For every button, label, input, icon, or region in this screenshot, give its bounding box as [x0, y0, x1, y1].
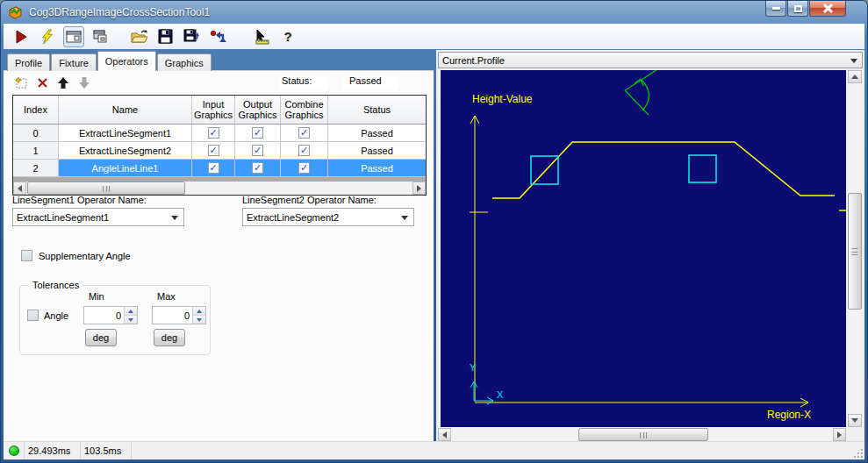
help-button[interactable]: ?: [277, 26, 298, 47]
max-angle-spinner[interactable]: 0: [152, 306, 206, 324]
table-row[interactable]: 0ExtractLineSegment1✓✓✓Passed: [13, 125, 426, 142]
max-angle-value[interactable]: 0: [153, 307, 192, 324]
reset-button[interactable]: [207, 26, 228, 47]
row-status-cell[interactable]: Passed: [328, 160, 426, 176]
minimize-button[interactable]: [765, 1, 786, 17]
col-header-combine-graphics[interactable]: Combine Graphics: [281, 96, 328, 124]
row-name-cell[interactable]: ExtractLineSegment2: [59, 142, 192, 159]
row-index-cell[interactable]: 0: [13, 125, 59, 141]
open-file-button[interactable]: [128, 26, 149, 47]
tab-profile[interactable]: Profile: [7, 53, 50, 71]
display-horizontal-scrollbar[interactable]: [438, 428, 846, 441]
table-body: 0ExtractLineSegment1✓✓✓Passed1ExtractLin…: [13, 125, 426, 177]
move-up-button[interactable]: [54, 74, 72, 91]
scroll-left-button[interactable]: [13, 182, 26, 195]
min-unit-button[interactable]: deg: [85, 329, 117, 346]
min-label: Min: [89, 291, 104, 302]
x-axis-label: Region-X: [767, 409, 811, 421]
linesegment2-combo[interactable]: ExtractLineSegment2: [242, 208, 414, 226]
checkbox-icon[interactable]: ✓: [298, 162, 310, 174]
col-header-index[interactable]: Index: [13, 96, 59, 124]
tolerances-title: Tolerances: [29, 280, 82, 290]
spin-up-button[interactable]: [193, 307, 205, 316]
supplementary-angle-checkbox[interactable]: [21, 250, 32, 261]
row-index-cell[interactable]: 2: [13, 160, 59, 176]
col-header-input-graphics[interactable]: Input Graphics: [192, 96, 235, 124]
display-vertical-scrollbar[interactable]: [848, 70, 862, 427]
save-button[interactable]: [154, 26, 176, 47]
col-header-output-graphics[interactable]: Output Graphics: [235, 96, 281, 124]
scrollbar-thumb[interactable]: [27, 182, 185, 195]
max-unit-button[interactable]: deg: [154, 329, 185, 346]
spin-down-button[interactable]: [193, 316, 205, 324]
measure-button[interactable]: [251, 26, 272, 47]
linesegment2-label: LineSegment2 Operator Name:: [242, 195, 377, 205]
row-name-cell[interactable]: AngleLineLine1: [59, 160, 192, 176]
graphics-checkbox-cell[interactable]: ✓: [192, 125, 235, 141]
graphics-checkbox-cell[interactable]: ✓: [235, 142, 281, 159]
checkbox-icon[interactable]: ✓: [208, 162, 219, 174]
table-row[interactable]: 2AngleLineLine1✓✓✓Passed: [13, 160, 426, 177]
maximize-button[interactable]: [787, 1, 808, 17]
save-as-icon: [183, 29, 200, 44]
checkbox-icon[interactable]: ✓: [252, 162, 263, 174]
graphics-checkbox-cell[interactable]: ✓: [192, 160, 235, 176]
checkbox-icon[interactable]: ✓: [208, 145, 219, 156]
graphics-checkbox-cell[interactable]: ✓: [281, 142, 328, 159]
new-operator-button[interactable]: [12, 74, 30, 91]
graphics-checkbox-cell[interactable]: ✓: [281, 125, 328, 141]
scroll-down-button[interactable]: [848, 414, 862, 427]
scroll-right-button[interactable]: [833, 428, 846, 441]
profile-display-canvas[interactable]: Height-Value Region-X: [441, 70, 846, 427]
graphics-checkbox-cell[interactable]: ✓: [192, 142, 235, 159]
row-index-cell[interactable]: 1: [13, 142, 59, 159]
graphics-checkbox-cell[interactable]: ✓: [235, 125, 281, 141]
scroll-right-button[interactable]: [412, 182, 426, 195]
min-angle-value[interactable]: 0: [84, 307, 124, 324]
row-status-cell[interactable]: Passed: [328, 142, 426, 159]
move-down-button[interactable]: [75, 74, 93, 91]
col-header-name[interactable]: Name: [59, 96, 192, 124]
float-window-button[interactable]: [90, 26, 111, 47]
min-angle-spinner[interactable]: 0: [83, 306, 138, 324]
display-source-combo[interactable]: Current.Profile: [438, 52, 863, 68]
tab-fixture[interactable]: Fixture: [51, 53, 97, 71]
scrollbar-thumb[interactable]: [848, 193, 862, 310]
spinner-buttons: [124, 307, 137, 324]
y-axis-label: Height-Value: [472, 93, 533, 105]
move-down-icon: [78, 76, 90, 89]
resize-grip[interactable]: [852, 447, 863, 458]
run-button[interactable]: [11, 26, 32, 47]
col-header-status[interactable]: Status: [328, 96, 426, 124]
status-value: Passed: [342, 75, 398, 89]
title-bar[interactable]: Cog3DRangeImageCrossSectionTool1: [0, 0, 868, 24]
graphics-checkbox-cell[interactable]: ✓: [235, 160, 281, 176]
graphics-checkbox-cell[interactable]: ✓: [281, 160, 328, 176]
tab-operators[interactable]: Operators: [97, 51, 156, 71]
checkbox-icon[interactable]: ✓: [252, 145, 263, 156]
linesegment1-combo[interactable]: ExtractLineSegment1: [12, 208, 184, 226]
spin-down-button[interactable]: [125, 316, 137, 324]
table-row[interactable]: 1ExtractLineSegment2✓✓✓Passed: [13, 142, 426, 160]
checkbox-icon[interactable]: ✓: [208, 127, 219, 139]
total-time-value: 103.5ms: [84, 445, 121, 456]
save-as-button[interactable]: [181, 26, 202, 47]
close-button[interactable]: [809, 1, 846, 17]
scroll-up-button[interactable]: [848, 70, 862, 83]
arrow-down-icon: [851, 418, 858, 423]
checkbox-icon[interactable]: ✓: [298, 145, 310, 156]
checkbox-icon[interactable]: ✓: [252, 127, 263, 139]
row-status-cell[interactable]: Passed: [328, 125, 426, 141]
tab-graphics[interactable]: Graphics: [157, 53, 212, 71]
trigger-button[interactable]: [37, 26, 58, 47]
scroll-left-button[interactable]: [438, 428, 451, 441]
scrollbar-thumb[interactable]: [578, 428, 708, 441]
angle-tolerance-checkbox[interactable]: [27, 310, 39, 321]
spin-up-button[interactable]: [125, 307, 137, 316]
row-name-cell[interactable]: ExtractLineSegment1: [59, 125, 192, 141]
delete-operator-button[interactable]: [33, 74, 51, 91]
open-file-icon: [130, 29, 147, 45]
table-horizontal-scrollbar[interactable]: [13, 182, 426, 195]
show-display-toggle-button[interactable]: [63, 26, 84, 47]
checkbox-icon[interactable]: ✓: [298, 127, 310, 139]
